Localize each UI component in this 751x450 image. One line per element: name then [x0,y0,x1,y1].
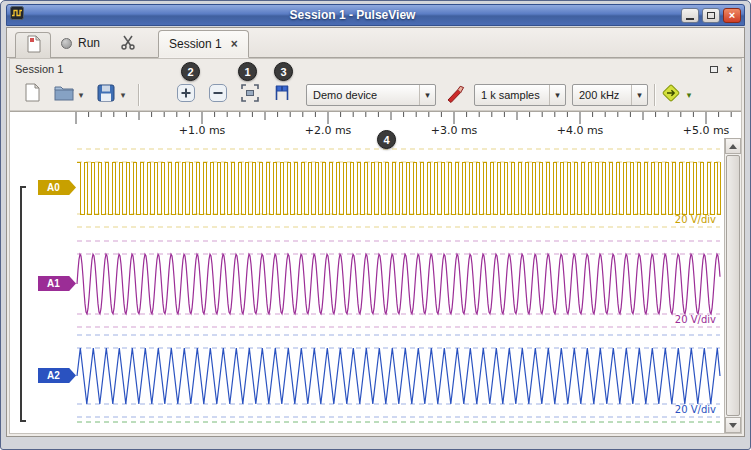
save-button[interactable] [94,83,118,107]
zoom-fit-icon [240,83,260,107]
close-icon: × [729,10,735,21]
window-title: Session 1 - PulseView [28,8,677,22]
ruler-tick-label: +2.0 ms [305,124,352,137]
titlebar[interactable]: Session 1 - PulseView × [6,4,745,26]
dock-float-button[interactable] [707,63,720,76]
channel-tag-a0[interactable]: A0 [38,180,76,195]
run-state-dot-icon [61,38,72,49]
samples-dropdown-arrow-icon: ▾ [549,85,565,105]
device-selector-value: Demo device [307,89,419,101]
scale-label: 20 V/div [675,314,716,325]
arrow-down-icon [729,423,737,428]
tab-session-1-label: Session 1 [169,37,222,51]
minimize-icon [686,18,694,20]
save-disk-icon [97,84,115,106]
run-button-label: Run [78,36,100,50]
toolbar-separator [138,84,140,106]
ruler-tick-label: +1.0 ms [179,124,226,137]
tab-session-1[interactable]: Session 1 × [158,30,249,58]
decoder-diamond-icon [661,83,683,107]
new-session-tab[interactable] [15,32,51,58]
waveform-a0 [77,162,720,214]
tab-close-icon[interactable]: × [231,38,238,50]
annotation-badge-4: 4 [377,130,396,149]
float-icon [710,66,718,73]
save-dropdown-arrow-icon[interactable]: ▾ [118,90,128,100]
annotation-badge-3: 3 [274,62,293,81]
pulseview-window: Session 1 - PulseView × Run [0,0,751,450]
new-view-button[interactable] [20,83,44,107]
scroll-down-button[interactable] [725,417,741,433]
zoom-out-button[interactable] [206,83,230,107]
channel-tag-a1[interactable]: A1 [38,276,76,291]
scissors-icon [120,34,136,53]
cursors-icon [272,84,292,106]
trace-plot[interactable]: +1.0 ms+2.0 ms+3.0 ms+4.0 ms+5.0 ms20 V/… [10,112,741,433]
sample-rate-value: 200 kHz [573,89,631,101]
arrow-up-icon [729,144,737,149]
ruler-tick-label: +4.0 ms [557,124,604,137]
toolbar-separator [654,84,656,106]
zoom-fit-button[interactable] [238,83,262,107]
device-selector[interactable]: Demo device ▾ [306,84,436,106]
ruler-tick-label: +3.0 ms [431,124,478,137]
dock-close-button[interactable]: × [723,63,736,76]
document-icon [26,35,41,57]
decoder-dropdown-arrow-icon[interactable]: ▾ [684,90,694,100]
zoom-out-icon [208,83,228,107]
zoom-in-icon [176,83,196,107]
sample-count-selector[interactable]: 1 k samples ▾ [474,84,566,106]
annotation-badge-1: 1 [238,62,257,81]
new-file-icon [24,83,41,106]
probe-icon [445,83,467,107]
settings-button[interactable] [110,31,146,55]
scale-label: 20 V/div [675,404,716,415]
scroll-up-button[interactable] [725,138,741,154]
session-dock: Session 1 × [9,58,742,434]
dock-title: Session 1 [15,63,63,75]
dock-header: Session 1 × [10,59,741,79]
ruler-tick-label: +5.0 ms [683,124,730,137]
open-button[interactable] [52,83,76,107]
open-folder-icon [54,85,74,105]
waveform-a1 [77,254,720,314]
show-cursors-button[interactable] [270,83,294,107]
rate-dropdown-arrow-icon: ▾ [631,85,647,105]
scrollbar-thumb[interactable] [726,155,740,416]
vertical-scrollbar[interactable] [724,138,741,433]
annotation-badge-2: 2 [181,62,200,81]
sample-rate-selector[interactable]: 200 kHz ▾ [572,84,648,106]
run-button[interactable]: Run [51,31,110,55]
device-dropdown-arrow-icon: ▾ [419,85,435,105]
window-content: Run Session 1 × Session 1 [6,27,745,437]
trace-group-bracket[interactable] [20,186,26,422]
configure-channels-button[interactable] [444,83,468,107]
add-decoder-button[interactable] [660,83,684,107]
trace-view[interactable]: +1.0 ms+2.0 ms+3.0 ms+4.0 ms+5.0 ms20 V/… [10,111,741,433]
open-dropdown-arrow-icon[interactable]: ▾ [76,90,86,100]
app-icon [10,6,24,24]
zoom-in-button[interactable] [174,83,198,107]
channel-tag-a2[interactable]: A2 [38,368,76,383]
main-tabbar: Run Session 1 × [7,28,744,58]
maximize-button[interactable] [702,8,720,23]
close-button[interactable]: × [723,8,741,23]
maximize-icon [707,12,715,19]
waveform-a2 [77,348,720,404]
scale-label: 20 V/div [675,214,716,225]
session-toolbar: ▾ ▾ [10,79,741,111]
minimize-button[interactable] [681,8,699,23]
sample-count-value: 1 k samples [475,89,549,101]
